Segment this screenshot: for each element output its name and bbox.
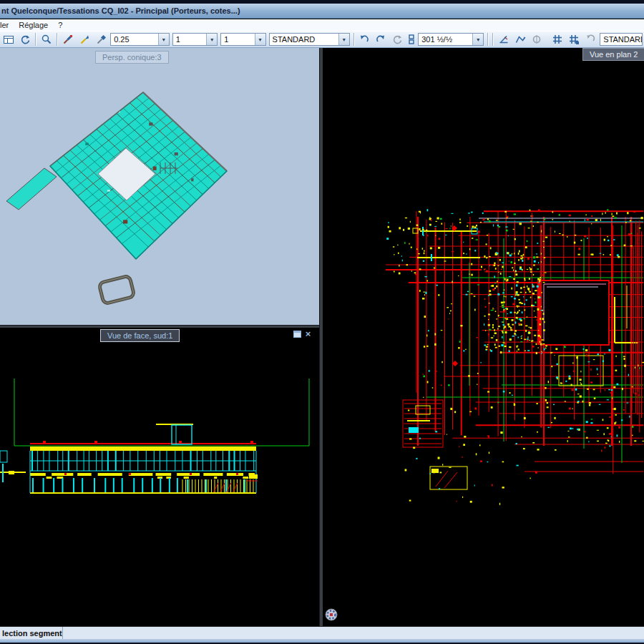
front-view-viewport[interactable]: Vue de face, sud:1 ×: [0, 328, 319, 626]
polyline-tool-button[interactable]: [512, 32, 527, 47]
perspective-viewport[interactable]: Persp. conique:3: [0, 48, 319, 325]
tab-perspective[interactable]: Persp. conique:3: [95, 51, 169, 64]
tab-perspective-label: Persp. conique:3: [102, 53, 162, 62]
chevron-down-icon[interactable]: ▾: [158, 34, 169, 45]
format-toolbar: 0.25 ▾ 1 ▾ 1 ▾ STANDARD ▾ 301 ½/½ ▾: [0, 31, 644, 48]
angle-tool-button[interactable]: [496, 32, 511, 47]
status-message: lection segment: [0, 627, 63, 639]
grid-hash-button[interactable]: [550, 32, 565, 47]
sync-view-button-disabled[interactable]: [390, 32, 405, 47]
snap-button-disabled[interactable]: [529, 32, 544, 47]
menu-item-reglage[interactable]: Réglage: [14, 21, 53, 29]
rotate-button-disabled[interactable]: [582, 32, 597, 47]
tab-plan-view[interactable]: Vue en plan 2: [582, 48, 644, 61]
dim-style-value: STANDARD: [603, 35, 643, 44]
undo-view-button[interactable]: [357, 32, 372, 47]
window-bottom-edge: [0, 639, 644, 644]
line-type-value: 1: [176, 35, 180, 44]
refresh-button[interactable]: [17, 32, 32, 47]
line-color-value: 1: [224, 35, 228, 44]
toolbar-separator: [487, 33, 488, 46]
menu-item-help[interactable]: ?: [53, 21, 67, 29]
plan-viewport[interactable]: Vue en plan 2: [323, 48, 644, 626]
pan-compass-icon: [324, 608, 338, 622]
toolbar-separator: [35, 33, 36, 46]
pen-button[interactable]: [77, 32, 92, 47]
perspective-canvas[interactable]: [0, 48, 319, 325]
pen-width-value: 0.25: [114, 35, 129, 44]
section-button[interactable]: [406, 32, 416, 47]
redo-view-button[interactable]: [374, 32, 389, 47]
viewport-layout-button[interactable]: [1, 32, 16, 47]
toolbar-separator: [353, 33, 354, 46]
eyedropper-button[interactable]: [93, 32, 108, 47]
tab-plan-view-label: Vue en plan 2: [590, 50, 638, 59]
front-view-canvas[interactable]: [0, 328, 319, 626]
chevron-down-icon[interactable]: ▾: [206, 34, 217, 45]
style-value: STANDARD: [273, 35, 316, 44]
layer-combo[interactable]: 301 ½/½ ▾: [418, 33, 484, 46]
line-color-combo[interactable]: 1 ▾: [220, 33, 265, 46]
zoom-search-button[interactable]: [39, 32, 54, 47]
chevron-down-icon[interactable]: ▾: [255, 34, 265, 45]
style-combo[interactable]: STANDARD ▾: [269, 33, 350, 46]
plan-view-canvas[interactable]: [323, 48, 644, 626]
window-titlebar[interactable]: nt Quelconque/Tessations CQ_I02 - Princi…: [0, 4, 644, 19]
dim-style-combo[interactable]: STANDARD: [600, 33, 643, 46]
menu-item-ler[interactable]: ler: [0, 21, 14, 29]
application-window: nt Quelconque/Tessations CQ_I02 - Princi…: [0, 0, 644, 644]
close-viewport-icon[interactable]: ×: [304, 331, 312, 338]
chevron-down-icon[interactable]: ▾: [472, 34, 483, 45]
window-title: nt Quelconque/Tessations CQ_I02 - Princi…: [1, 6, 240, 15]
menubar: ler Réglage ?: [0, 19, 644, 31]
maximize-viewport-icon[interactable]: [293, 331, 301, 338]
line-type-combo[interactable]: 1 ▾: [172, 33, 218, 46]
pen-width-combo[interactable]: 0.25 ▾: [110, 33, 170, 46]
grid-hash-plus-button[interactable]: [566, 32, 581, 47]
statusbar: lection segment: [0, 626, 644, 639]
toolbar-separator: [492, 33, 493, 46]
toolbar-separator: [57, 33, 57, 46]
viewport-area: Persp. conique:3 Vue de face, sud:1 × Vu…: [0, 48, 644, 626]
layer-value: 301 ½/½: [421, 35, 452, 44]
brush-button[interactable]: [60, 32, 75, 47]
tab-front-view-label: Vue de face, sud:1: [107, 331, 172, 340]
tab-front-view[interactable]: Vue de face, sud:1: [100, 329, 180, 342]
chevron-down-icon[interactable]: ▾: [338, 34, 349, 45]
